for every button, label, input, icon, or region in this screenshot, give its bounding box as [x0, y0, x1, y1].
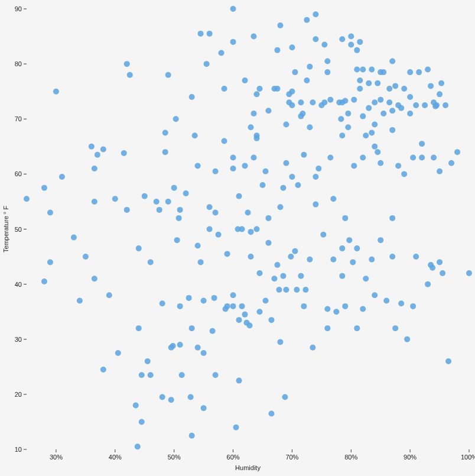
- data-point: [230, 154, 236, 160]
- data-point: [369, 257, 375, 263]
- data-point: [313, 11, 318, 17]
- y-tick-label: 10: [15, 446, 22, 453]
- data-point: [207, 31, 213, 37]
- data-point: [250, 111, 256, 116]
- data-point: [294, 287, 300, 293]
- data-point: [236, 317, 242, 323]
- data-point: [389, 215, 395, 221]
- data-point: [386, 99, 392, 105]
- data-point: [253, 135, 259, 141]
- data-point: [53, 89, 59, 95]
- data-point: [139, 419, 145, 425]
- data-point: [345, 111, 351, 116]
- data-point: [168, 397, 174, 403]
- data-point: [369, 130, 375, 136]
- x-tick-label: 30%: [50, 454, 63, 461]
- data-point: [136, 325, 142, 331]
- data-point: [248, 229, 253, 235]
- data-point: [245, 210, 251, 216]
- data-point: [466, 270, 472, 276]
- data-point: [339, 36, 345, 42]
- data-point: [289, 174, 295, 180]
- data-point: [268, 410, 274, 416]
- data-point: [112, 196, 118, 202]
- data-point: [47, 210, 53, 216]
- data-point: [201, 350, 207, 356]
- data-point: [443, 102, 448, 108]
- data-point: [407, 94, 413, 100]
- data-point: [233, 425, 239, 430]
- data-point: [225, 251, 230, 257]
- data-point: [230, 303, 236, 309]
- data-point: [41, 279, 47, 284]
- x-tick-label: 70%: [285, 454, 298, 461]
- data-point: [256, 309, 262, 315]
- x-tick-label: 60%: [227, 454, 240, 461]
- x-tick-label: 80%: [344, 454, 357, 461]
- data-point: [304, 77, 310, 83]
- data-point: [327, 97, 333, 103]
- x-tick-label: 50%: [168, 454, 181, 461]
- data-point: [207, 226, 213, 232]
- data-point: [416, 69, 422, 75]
- data-point: [372, 144, 378, 150]
- data-point: [162, 149, 168, 155]
- data-point: [288, 254, 294, 260]
- data-point: [437, 259, 443, 265]
- data-point: [47, 259, 53, 265]
- data-point: [422, 102, 428, 108]
- data-point: [413, 102, 419, 108]
- data-point: [431, 154, 437, 160]
- data-point: [242, 163, 248, 169]
- scatter-chart: 30%40%50%60%70%80%90%100%102030405060708…: [0, 0, 475, 476]
- data-point: [121, 150, 127, 156]
- data-point: [366, 80, 372, 86]
- data-point: [307, 257, 313, 263]
- data-point: [230, 166, 236, 171]
- y-tick-label: 50: [15, 226, 22, 233]
- x-tick-label: 100%: [461, 454, 475, 461]
- data-point: [115, 350, 121, 356]
- data-point: [265, 240, 271, 246]
- y-tick-label: 70: [15, 115, 22, 122]
- data-point: [154, 199, 160, 205]
- data-point: [242, 77, 248, 83]
- data-point: [410, 303, 416, 309]
- data-point: [310, 99, 315, 105]
- data-point: [339, 245, 345, 251]
- data-point: [236, 193, 242, 199]
- data-point: [239, 226, 245, 232]
- data-point: [395, 163, 401, 169]
- data-point: [357, 39, 363, 45]
- data-point: [277, 204, 283, 210]
- data-point: [195, 242, 201, 248]
- x-tick-label: 40%: [109, 454, 122, 461]
- data-point: [372, 292, 378, 298]
- data-point: [186, 295, 192, 301]
- data-point: [195, 345, 201, 351]
- y-tick-label: 80: [15, 60, 22, 67]
- data-point: [177, 342, 183, 348]
- data-point: [41, 185, 47, 191]
- data-point: [136, 245, 142, 251]
- data-point: [372, 122, 378, 128]
- data-point: [348, 42, 354, 48]
- data-point: [354, 245, 360, 251]
- data-point: [225, 303, 230, 309]
- data-point: [280, 185, 286, 191]
- data-point: [250, 34, 256, 40]
- data-point: [124, 207, 130, 213]
- y-tick-label: 40: [15, 281, 22, 288]
- data-point: [189, 325, 195, 331]
- data-point: [280, 273, 286, 279]
- data-point: [419, 154, 425, 160]
- data-point: [438, 80, 444, 86]
- data-point: [289, 44, 295, 50]
- data-point: [307, 64, 313, 70]
- data-point: [375, 149, 380, 155]
- data-point: [301, 152, 307, 158]
- data-point: [89, 144, 95, 150]
- data-point: [256, 86, 262, 92]
- data-point: [160, 394, 165, 400]
- data-point: [213, 169, 219, 174]
